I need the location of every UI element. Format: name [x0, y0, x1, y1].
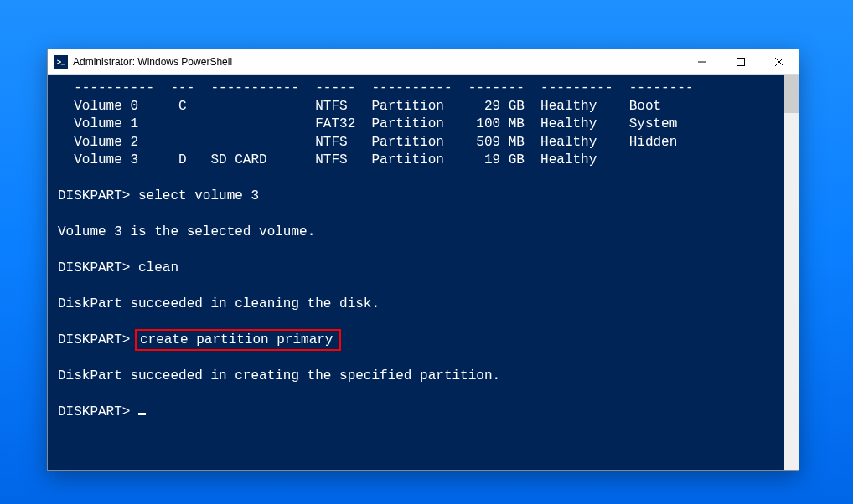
powershell-icon: >_: [54, 55, 68, 69]
table-row: Volume 1 FAT32 Partition 100 MB Healthy …: [58, 116, 677, 131]
vertical-scrollbar[interactable]: [784, 75, 799, 470]
output-line: DiskPart succeeded in cleaning the disk.: [58, 296, 380, 311]
prompt: DISKPART>: [58, 404, 138, 419]
powershell-window: >_ Administrator: Windows PowerShell ---…: [47, 49, 799, 471]
table-row: Volume 3 D SD CARD NTFS Partition 19 GB …: [58, 152, 597, 167]
titlebar[interactable]: >_ Administrator: Windows PowerShell: [48, 49, 799, 75]
svg-rect-1: [737, 58, 745, 65]
highlighted-command: create partition primary: [135, 329, 341, 351]
terminal-output[interactable]: ---------- --- ----------- ----- -------…: [48, 75, 784, 470]
close-button[interactable]: [760, 49, 799, 74]
prompt: DISKPART>: [58, 188, 138, 203]
prompt: DISKPART>: [58, 260, 138, 275]
maximize-button[interactable]: [721, 49, 760, 74]
minimize-button[interactable]: [683, 49, 721, 74]
table-divider: ---------- --- ----------- ----- -------…: [58, 80, 694, 95]
prompt: DISKPART>: [58, 332, 138, 347]
output-line: DiskPart succeeded in creating the speci…: [58, 368, 500, 383]
output-line: Volume 3 is the selected volume.: [58, 224, 315, 239]
command: select volume 3: [138, 188, 259, 203]
table-row: Volume 2 NTFS Partition 509 MB Healthy H…: [58, 135, 677, 150]
table-row: Volume 0 C NTFS Partition 29 GB Healthy …: [58, 99, 661, 114]
scrollbar-thumb[interactable]: [784, 75, 799, 113]
command: clean: [138, 260, 178, 275]
cursor-icon: [138, 413, 146, 415]
window-title: Administrator: Windows PowerShell: [73, 56, 232, 68]
